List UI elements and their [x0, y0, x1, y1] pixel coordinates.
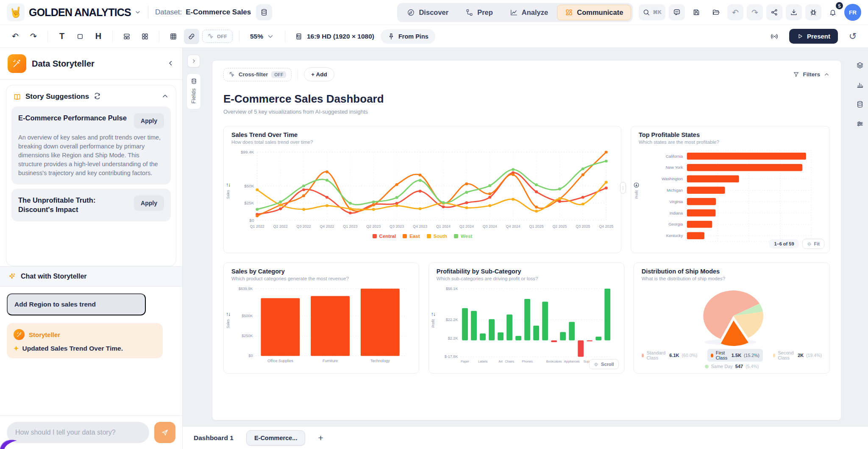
- dataset-value[interactable]: E-Commerce Sales: [186, 8, 251, 17]
- filters-button[interactable]: Filters: [793, 71, 830, 78]
- y-axis-controls[interactable]: ↑↓ Profit: [431, 311, 435, 328]
- line-chart[interactable]: $0$25K$50K$99.4KQ1 2022Q2 2022Q3 2022Q4 …: [231, 147, 613, 233]
- nav-tab-analyze[interactable]: Analyze: [502, 5, 556, 20]
- link-tool-button[interactable]: [184, 29, 199, 44]
- grid-layout-icon: [565, 8, 573, 17]
- rail-database-icon[interactable]: [856, 100, 864, 108]
- layout-grid-button[interactable]: [137, 29, 153, 44]
- save-icon: [693, 8, 700, 16]
- table-icon: [170, 33, 177, 40]
- page-title: E-Commerce Sales Dashboard: [223, 92, 830, 106]
- broadcast-button[interactable]: [767, 29, 782, 44]
- rail-histogram-icon[interactable]: [856, 81, 864, 89]
- rail-layers-icon[interactable]: [856, 61, 864, 69]
- expand-fields-button[interactable]: [187, 55, 200, 67]
- chat-header-label: Chat with Storyteller: [21, 273, 87, 280]
- avatar[interactable]: FR: [844, 4, 861, 21]
- hbar-chart[interactable]: CaliforniaNew YorkWashingtonMichiganVirg…: [639, 147, 822, 246]
- sheet-tab[interactable]: Dashboard 1: [194, 434, 234, 442]
- open-button[interactable]: [708, 4, 724, 20]
- nav-tab-discover[interactable]: Discover: [399, 5, 456, 20]
- svg-text:Washington: Washington: [662, 176, 683, 181]
- shape-tool-button[interactable]: [72, 29, 88, 44]
- layout-rows-button[interactable]: [119, 29, 134, 44]
- debug-button[interactable]: [805, 4, 821, 20]
- share-button[interactable]: [766, 4, 782, 20]
- cross-filter-toggle[interactable]: Cross-filter OFF: [223, 68, 292, 81]
- legend-item[interactable]: South: [427, 234, 448, 239]
- apply-button[interactable]: Apply: [134, 195, 164, 211]
- add-widget-button[interactable]: + Add: [304, 67, 334, 81]
- zoom-select[interactable]: 55%: [246, 33, 278, 40]
- y-axis-controls[interactable]: ↑↓ Sales: [226, 182, 230, 199]
- reset-view-button[interactable]: ↺: [845, 29, 860, 44]
- chart-card-profitability[interactable]: Profitability by Sub-Category Which sub-…: [428, 262, 624, 374]
- pie-legend[interactable]: Standard Class6.1K(60.0%)First Class1.5K…: [642, 349, 822, 369]
- chat-section-header[interactable]: Chat with Storyteller: [0, 266, 182, 287]
- download-button[interactable]: [786, 4, 802, 20]
- interactivity-toggle[interactable]: OFF: [202, 30, 233, 43]
- from-pins-button[interactable]: From Pins: [381, 29, 435, 44]
- chart-card-ship-modes[interactable]: Distribution of Ship Modes What is the d…: [634, 262, 830, 374]
- sidebar-collapse-button[interactable]: [167, 59, 175, 68]
- comments-button[interactable]: [669, 4, 685, 20]
- dataset-button[interactable]: [256, 4, 272, 20]
- prep-flow-icon: [465, 8, 473, 17]
- send-button[interactable]: [154, 422, 175, 443]
- scroll-button[interactable]: Scroll: [589, 359, 619, 369]
- search-button[interactable]: ⌘K: [639, 4, 665, 20]
- resize-handle[interactable]: ⋮: [620, 182, 626, 194]
- chart-legend[interactable]: CentralEastSouthWest: [231, 234, 613, 239]
- chart-card-top-states[interactable]: Top Profitable States Which states are t…: [631, 126, 830, 253]
- chart-title: Sales by Category: [231, 268, 411, 275]
- from-pins-label: From Pins: [398, 33, 428, 40]
- text-tool-button[interactable]: T: [54, 29, 70, 44]
- suggestion-title: E-Commerce Performance Pulse: [18, 113, 130, 123]
- chart-subtitle: Which states are the most profitable?: [639, 139, 822, 145]
- chat-input[interactable]: [7, 422, 149, 443]
- pie-chart[interactable]: [642, 284, 822, 347]
- add-sheet-button[interactable]: +: [318, 433, 323, 443]
- story-suggestions-header: Story Suggestions: [11, 90, 171, 106]
- heading-tool-button[interactable]: H: [91, 29, 106, 44]
- redo-button[interactable]: ↷: [747, 4, 763, 20]
- pie-legend-item[interactable]: Second Class2K(19.4%): [773, 350, 822, 360]
- chart-card-sales-trend[interactable]: Sales Trend Over Time How does total sal…: [223, 126, 621, 253]
- suggestion-card[interactable]: E-Commerce Performance PulseApplyAn over…: [11, 106, 171, 184]
- apply-button[interactable]: Apply: [134, 113, 164, 128]
- nav-tab-communicate[interactable]: Communicate: [557, 5, 631, 20]
- fit-button[interactable]: Fit: [802, 239, 824, 249]
- undo-canvas-button[interactable]: ↶: [8, 29, 23, 44]
- collapse-section-button[interactable]: [161, 92, 169, 101]
- y-axis-controls[interactable]: ↑↓ Sales: [226, 311, 230, 328]
- pie-legend-item[interactable]: First Class1.5K(15.2%): [707, 349, 763, 362]
- posneg-bar-chart[interactable]: $-17.8K$2.2K$22.2K$56.1KPaperLabelsArtCh…: [437, 284, 616, 366]
- assistant-header: Storyteller: [14, 329, 156, 340]
- redo-canvas-button[interactable]: ↷: [26, 29, 41, 44]
- pie-legend-item[interactable]: Standard Class6.1K(60.0%): [642, 350, 698, 360]
- legend-item[interactable]: Central: [373, 234, 396, 239]
- legend-item[interactable]: East: [403, 234, 420, 239]
- sheet-tab[interactable]: E-Commerce...: [246, 430, 306, 446]
- y-axis-controls[interactable]: Profit: [633, 182, 640, 199]
- nav-tab-prep[interactable]: Prep: [457, 5, 501, 20]
- pie-legend-item[interactable]: Same Day547(5.4%): [705, 364, 759, 369]
- legend-item[interactable]: West: [454, 234, 472, 239]
- suggestion-card[interactable]: The Unprofitable Truth: Discount's Impac…: [11, 189, 171, 221]
- table-tool-button[interactable]: [166, 29, 181, 44]
- undo-button[interactable]: ↶: [727, 4, 743, 20]
- svg-text:Office Supplies: Office Supplies: [267, 359, 293, 363]
- quick-suggestion-chip[interactable]: Add Region to sales trend: [7, 293, 146, 315]
- notifications-button[interactable]: 5: [825, 4, 841, 20]
- present-button[interactable]: Present: [789, 29, 838, 44]
- canvas-size-indicator[interactable]: 16:9 HD (1920 × 1080): [292, 33, 378, 40]
- bar-chart[interactable]: $0$250K$500K$839.9KOffice SuppliesFurnit…: [231, 284, 411, 366]
- save-button[interactable]: [688, 4, 704, 20]
- fields-tab[interactable]: Fields: [186, 73, 201, 109]
- chart-card-sales-by-category[interactable]: Sales by Category Which product categori…: [223, 262, 419, 374]
- rail-sliders-icon[interactable]: [856, 120, 864, 128]
- svg-text:Q2 2023: Q2 2023: [366, 225, 381, 229]
- brand-chevron-down-icon[interactable]: [134, 9, 141, 16]
- refresh-suggestions-button[interactable]: [93, 92, 101, 101]
- page-toolbar: Cross-filter OFF + Add Filters: [223, 67, 830, 81]
